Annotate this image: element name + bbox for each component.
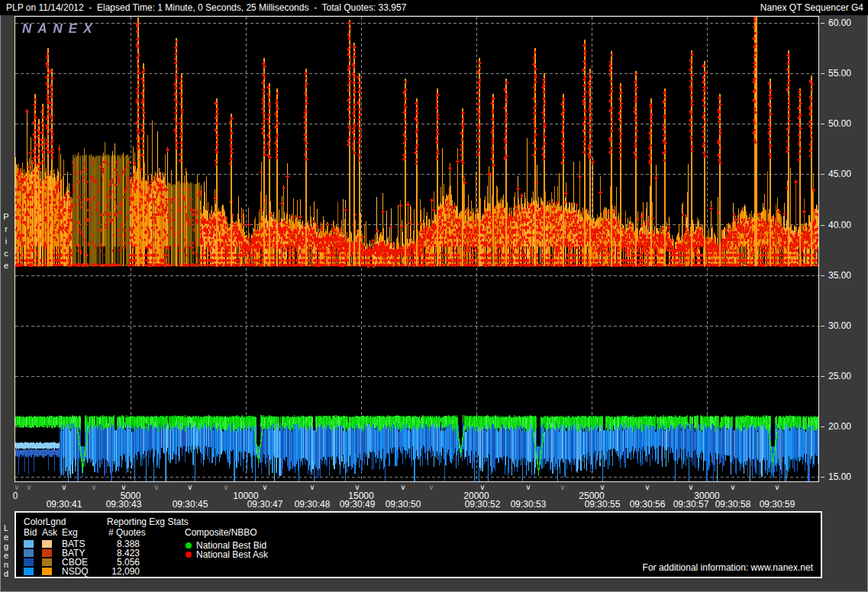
second-marker-icon: ∨ xyxy=(773,483,782,491)
quote-count-tick-label: 20000 xyxy=(446,491,507,501)
price-tick-mark xyxy=(821,376,824,377)
second-marker-icon: ∨ xyxy=(89,483,98,491)
price-axis-label: Price xyxy=(2,212,11,273)
nanex-watermark: NANEX xyxy=(22,21,98,37)
time-tick-label: 09:30:45 xyxy=(160,499,221,510)
bid-color-swatch xyxy=(24,568,34,575)
title-bar: PLP on 11/14/2012 - Elapsed Time: 1 Minu… xyxy=(0,0,868,15)
ask-color-swatch xyxy=(42,540,52,548)
exg-stats-header: Reporting Exg Stats xyxy=(107,516,189,527)
price-tick-mark xyxy=(821,23,824,24)
quote-count-tick-label: 25000 xyxy=(561,491,622,501)
quote-count-tick-label: 30000 xyxy=(676,491,737,501)
time-tick-label: 09:30:59 xyxy=(747,499,808,510)
quotes-column-header: # Quotes xyxy=(108,527,146,538)
nbbo-bid-dot-icon xyxy=(186,542,192,549)
price-tick-mark xyxy=(821,326,824,327)
ask-color-swatch xyxy=(42,568,52,575)
color-legend-header: ColorLgnd xyxy=(24,516,66,527)
nanex-sequencer-window: { "title_bar": { "left": "PLP on 11/14/2… xyxy=(0,0,868,592)
nbbo-ask-dot-icon xyxy=(186,552,192,558)
price-tick-label: 60.00 xyxy=(828,18,851,28)
ask-column-header: Ask xyxy=(42,527,57,538)
app-title: Nanex QT Sequencer G4 xyxy=(760,2,863,13)
price-tick-label: 20.00 xyxy=(828,421,851,432)
quote-count-tick-label: 15000 xyxy=(331,491,392,501)
price-tick-mark xyxy=(821,275,824,276)
second-marker-icon: ∨ xyxy=(186,483,195,491)
second-marker-icon: ∨ xyxy=(399,483,408,491)
legend-panel: ColorLgnd Reporting Exg Stats Bid Ask Ex… xyxy=(15,511,822,578)
ask-color-swatch xyxy=(42,558,52,566)
nbbo-entry-label: National Best Ask xyxy=(196,549,268,560)
price-tick-mark xyxy=(821,477,824,478)
time-tick-label: 09:30:53 xyxy=(498,499,559,510)
quote-chart-canvas[interactable] xyxy=(15,17,818,481)
price-tick-mark xyxy=(821,174,824,175)
price-tick-label: 55.00 xyxy=(828,68,851,79)
second-marker-icon: ∨ xyxy=(427,483,436,491)
second-marker-icon: ∨ xyxy=(60,483,69,491)
quote-count-tick-label: 5000 xyxy=(100,491,161,501)
exchange-name: NSDQ xyxy=(62,566,89,577)
quote-count-tick-label: 0 xyxy=(0,491,46,501)
nbbo-column-header: Composite/NBBO xyxy=(185,527,257,538)
price-tick-mark xyxy=(821,225,824,226)
second-marker-icon: ∨ xyxy=(643,483,652,491)
price-tick-label: 30.00 xyxy=(828,320,851,331)
second-marker-icon: ∨ xyxy=(524,483,533,491)
quote-chart-area: NANEX xyxy=(15,16,819,482)
exchange-quote-count: 12,090 xyxy=(92,566,140,577)
quote-count-tick-label: 10000 xyxy=(215,491,276,501)
bid-color-swatch xyxy=(24,549,34,557)
price-tick-label: 35.00 xyxy=(828,270,851,281)
session-summary: PLP on 11/14/2012 - Elapsed Time: 1 Minu… xyxy=(6,2,406,13)
exg-column-header: Exg xyxy=(62,527,78,538)
bid-column-header: Bid xyxy=(24,527,37,538)
price-tick-mark xyxy=(821,124,824,124)
price-tick-mark xyxy=(821,426,824,427)
legend-panel-label: Legend xyxy=(2,523,11,578)
price-tick-label: 45.00 xyxy=(828,169,851,179)
bid-color-swatch xyxy=(24,540,34,548)
second-marker-icon: ∨ xyxy=(308,483,317,491)
info-link-text: For additional information: www.nanex.ne… xyxy=(643,562,813,573)
price-tick-mark xyxy=(821,73,824,74)
price-tick-label: 40.00 xyxy=(828,220,851,230)
price-tick-label: 25.00 xyxy=(828,371,851,381)
bid-color-swatch xyxy=(24,558,34,566)
price-tick-label: 15.00 xyxy=(828,471,851,482)
ask-color-swatch xyxy=(42,549,52,557)
price-tick-label: 50.00 xyxy=(828,118,851,129)
